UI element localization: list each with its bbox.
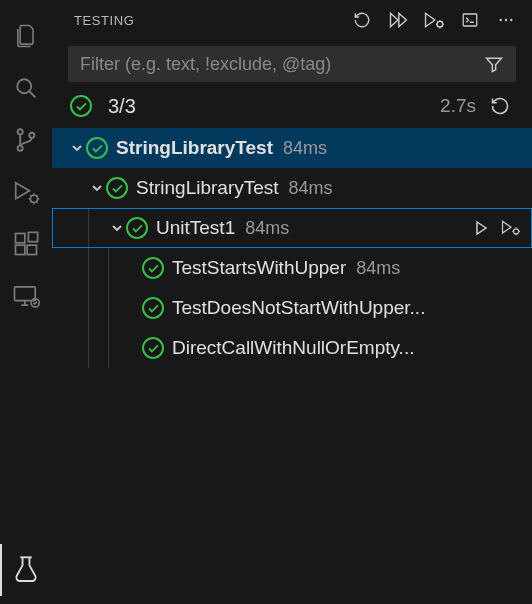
run-debug-icon	[10, 178, 42, 206]
show-output-button[interactable]	[456, 6, 484, 34]
extensions-icon	[12, 230, 40, 258]
debug-test-button[interactable]	[498, 215, 524, 241]
chevron-down-icon[interactable]	[68, 140, 86, 156]
testing-panel: TESTING	[52, 0, 532, 604]
tree-time: 84ms	[245, 218, 289, 239]
activity-source-control[interactable]	[0, 114, 52, 166]
debug-run-icon	[423, 11, 445, 29]
svg-point-15	[510, 19, 512, 21]
svg-point-0	[17, 79, 31, 93]
tree-label: TestStartsWithUpper	[172, 257, 346, 279]
svg-rect-6	[16, 245, 25, 254]
svg-point-11	[437, 21, 443, 27]
tree-label: TestDoesNotStartWithUpper...	[172, 297, 425, 319]
tree-row-level2[interactable]: StringLibraryTest 84ms	[52, 168, 532, 208]
tree-label: StringLibraryTest	[136, 177, 279, 199]
remote-icon	[11, 282, 41, 310]
svg-rect-5	[16, 234, 25, 243]
run-all-icon	[388, 11, 408, 29]
run-all-tests-button[interactable]	[384, 6, 412, 34]
search-icon	[12, 74, 40, 102]
summary-duration: 2.7s	[440, 95, 476, 117]
panel-title: TESTING	[74, 13, 342, 28]
panel-header: TESTING	[52, 0, 532, 40]
tree-row-test[interactable]: TestDoesNotStartWithUpper...	[52, 288, 532, 328]
funnel-icon	[484, 55, 504, 73]
tree-row-level3[interactable]: UnitTest1 84ms	[52, 208, 532, 248]
tree-row-root[interactable]: StringLibraryTest 84ms	[52, 128, 532, 168]
svg-point-14	[505, 19, 507, 21]
activity-extensions[interactable]	[0, 218, 52, 270]
pass-icon	[70, 95, 92, 117]
summary-row: 3/3 2.7s	[52, 90, 532, 128]
svg-rect-9	[14, 287, 35, 301]
beaker-icon	[12, 555, 40, 585]
svg-rect-12	[463, 14, 477, 26]
tree-time: 84ms	[356, 258, 400, 279]
terminal-icon	[461, 11, 479, 29]
activity-search[interactable]	[0, 62, 52, 114]
pass-icon	[126, 217, 148, 239]
pass-icon	[106, 177, 128, 199]
pass-icon	[142, 297, 164, 319]
refresh-tests-button[interactable]	[348, 6, 376, 34]
refresh-icon	[490, 96, 510, 116]
tree-time: 84ms	[283, 138, 327, 159]
debug-run-icon	[500, 220, 522, 236]
filter-row	[68, 46, 516, 82]
tree-label: UnitTest1	[156, 217, 235, 239]
rerun-button[interactable]	[486, 92, 514, 120]
run-test-button[interactable]	[468, 215, 494, 241]
test-tree: StringLibraryTest 84ms StringLibraryTest…	[52, 128, 532, 604]
summary-status: 3/3	[70, 95, 136, 118]
svg-point-16	[514, 229, 519, 234]
summary-count: 3/3	[108, 95, 136, 118]
ellipsis-icon	[497, 11, 515, 29]
svg-point-13	[500, 19, 502, 21]
header-actions	[348, 6, 520, 34]
chevron-down-icon[interactable]	[88, 180, 106, 196]
pass-icon	[142, 337, 164, 359]
play-icon	[473, 220, 489, 236]
svg-point-4	[30, 195, 37, 202]
svg-rect-8	[28, 232, 37, 241]
filter-button[interactable]	[482, 50, 506, 78]
svg-point-1	[18, 129, 23, 134]
tree-label: StringLibraryTest	[116, 137, 273, 159]
filter-input[interactable]	[80, 54, 474, 75]
more-actions-button[interactable]	[492, 6, 520, 34]
debug-tests-button[interactable]	[420, 6, 448, 34]
pass-icon	[142, 257, 164, 279]
activity-run-debug[interactable]	[0, 166, 52, 218]
tree-row-test[interactable]: TestStartsWithUpper 84ms	[52, 248, 532, 288]
activity-remote[interactable]	[0, 270, 52, 322]
files-icon	[12, 22, 40, 50]
svg-point-3	[29, 133, 34, 138]
svg-point-2	[18, 146, 23, 151]
activity-explorer[interactable]	[0, 10, 52, 62]
refresh-icon	[353, 11, 371, 29]
tree-label: DirectCallWithNullOrEmpty...	[172, 337, 414, 359]
chevron-down-icon[interactable]	[108, 220, 126, 236]
activity-testing[interactable]	[0, 544, 52, 596]
activity-bar	[0, 0, 52, 604]
tree-time: 84ms	[289, 178, 333, 199]
row-actions	[468, 215, 532, 241]
svg-rect-7	[27, 245, 36, 254]
branch-icon	[12, 126, 40, 154]
pass-icon	[86, 137, 108, 159]
summary-right: 2.7s	[440, 92, 514, 120]
tree-row-test[interactable]: DirectCallWithNullOrEmpty...	[52, 328, 532, 368]
